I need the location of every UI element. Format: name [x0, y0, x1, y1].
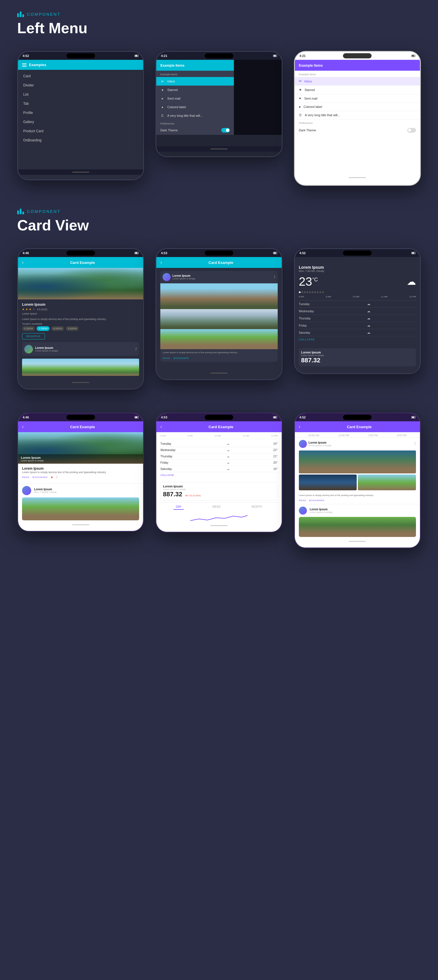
menu2-item-starred[interactable]: ★ Starred [156, 86, 234, 94]
menu-item-divider[interactable]: Divider [18, 81, 143, 90]
wf-row-thursday-1: Thursday ☁ 21° [160, 453, 277, 460]
bookmark-btn-1[interactable]: BOOKMARK [174, 357, 189, 360]
white-read-btn-1[interactable]: READ [22, 476, 29, 479]
phone-screen-3: 4:21 Example Items Example Items ✉ [295, 52, 420, 185]
social-small-name-1: Lorem Ipsum [310, 508, 333, 511]
small-card-info-1: Lorem Ipsum Lorem Ipsum is simply [35, 346, 133, 352]
wf-row-wednesday-1: Wednesday ☁ 22° [160, 447, 277, 453]
read-btn-1[interactable]: READ [162, 357, 170, 360]
light-item-sent[interactable]: ➤ Sent mail [295, 94, 420, 103]
dark-theme-toggle-off[interactable] [408, 128, 416, 132]
light-item-inbox[interactable]: ✉ Inbox [295, 77, 420, 86]
forecast-icon-4: ☁ [367, 323, 370, 328]
back-arrow-4[interactable]: ‹ [22, 424, 24, 430]
wf-friday-1: Friday [160, 461, 183, 464]
card-header-1[interactable]: ‹ Card Example [18, 257, 143, 268]
card-header-2[interactable]: ‹ Card Example [156, 257, 281, 268]
white-avatar-1 [22, 486, 31, 495]
notch-pill-card-2 [205, 250, 233, 256]
stock-tab-day[interactable]: DAY [174, 504, 184, 510]
light-item-starred[interactable]: ★ Starred [295, 86, 420, 94]
menu-item-product-card[interactable]: Product Card [18, 127, 143, 136]
wf-temp-3: 21° [273, 455, 278, 458]
time-card-3: 4:52 [299, 251, 306, 255]
white-article-content-1: Lorem Ipsum Lorem Ipsum is simply dummy … [18, 464, 143, 484]
time-1: 4:52 [22, 54, 29, 57]
menu2-item-inbox[interactable]: ✉ Inbox [156, 77, 234, 86]
stock-card-1: Lorem Ipsum Lorem Ipsum is simply 887.32 [299, 348, 416, 366]
menu-item-list[interactable]: List [18, 90, 143, 99]
collapse-btn-1[interactable]: COLLAPSE [299, 336, 416, 343]
menu2-section-label: Example Items [156, 71, 234, 77]
wt-white-4: 11 AM [243, 434, 249, 437]
card-header-4[interactable]: ‹ Card Example [18, 421, 143, 432]
menu2-pref-label: Preferences [160, 122, 230, 125]
menu2-dimmed-bg[interactable] [234, 60, 281, 135]
rating-text-1: 3.5 (413) [37, 308, 47, 311]
white-share-icon-1[interactable]: ⤴ [56, 476, 57, 479]
social-bottom-image-1 [299, 517, 416, 537]
small-card-avatar-1 [24, 345, 33, 353]
menu-item-onboarding[interactable]: OnBoarding [18, 136, 143, 145]
slot-1[interactable]: 5:30PM [22, 326, 35, 331]
purple-weather-sub-1: Lorem Ipsum is simply [21, 460, 140, 462]
slot-3[interactable]: 8:00PM [51, 326, 64, 331]
back-arrow-2[interactable]: ‹ [160, 260, 162, 265]
card-header-5[interactable]: ‹ Card Example [156, 421, 281, 432]
star-1: ★ [22, 308, 25, 311]
wf-icon-1: ☁ [227, 442, 229, 445]
reserve-btn-1[interactable]: RESERVE [22, 333, 45, 339]
stock-title-1: Lorem Ipsum [301, 351, 414, 354]
inbox-icon: ✉ [160, 79, 164, 83]
light-item-colored[interactable]: ● Colored label [295, 103, 420, 111]
social-read-btn-1[interactable]: READ [299, 499, 306, 502]
wt-label-3: 10 AM [353, 295, 359, 298]
menu2-pref-section: Preferences Dark Theme [156, 120, 234, 135]
small-card-sub-1: Lorem Ipsum is simply [35, 350, 133, 352]
phone-frame-card-2: 4:53 ‹ Card Example [155, 248, 282, 380]
menu-header-1[interactable]: Examples [18, 60, 143, 70]
share-icon-2[interactable]: ⤴ [274, 275, 276, 279]
menu2-item-long[interactable]: 🗒 A very long title that will... [156, 111, 234, 120]
menu-item-card[interactable]: Card [18, 72, 143, 81]
back-arrow-1[interactable]: ‹ [22, 260, 24, 265]
slot-4[interactable]: 9:00PM [66, 326, 79, 331]
white-collapse-btn-1[interactable]: COLLAPSE [160, 472, 277, 478]
slot-2[interactable]: 7:30PM [37, 326, 49, 331]
white-bookmark-btn-1[interactable]: BOOKMARK [32, 476, 48, 479]
social-small-info-1: Lorem Ipsum Lorem Ipsum is simply [310, 508, 333, 514]
notch-pill-card-5 [205, 415, 233, 420]
phone-card-4: 4:46 ‹ Card Example Lorem I [17, 412, 144, 532]
menu2-item-sent[interactable]: ➤ Sent mail [156, 94, 234, 103]
back-arrow-6[interactable]: ‹ [299, 424, 300, 430]
social-user-block-1: Lorem Ipsum Lorem Ipsum is simply [309, 441, 331, 447]
menu-item-gallery[interactable]: Gallery [18, 117, 143, 127]
wf-temp-4: 20° [273, 461, 278, 464]
notch-icons-1 [135, 55, 139, 57]
hamburger-icon-1[interactable] [22, 63, 27, 67]
forecast-icon-3: ☁ [367, 316, 370, 320]
article-desc-1: Lorem Ipsum is simply dummy text of the … [160, 349, 277, 356]
social-small-card-1: Lorem Ipsum Lorem Ipsum is simply [295, 504, 420, 517]
menu-item-profile[interactable]: Profile [18, 108, 143, 117]
back-arrow-5[interactable]: ‹ [160, 424, 162, 430]
share-icon-1[interactable]: ⤴ [135, 347, 137, 351]
time-3: 4:21 [299, 54, 306, 57]
social-share-icon-1[interactable]: ⤴ [414, 442, 416, 446]
stock-chart-1 [156, 511, 281, 523]
phone-card-6: 4:52 ‹ Card Example 10:00 AM 12:00 PM [294, 412, 421, 548]
light-dark-theme-label: Dark Theme [299, 129, 316, 132]
light-item-long[interactable]: 🗒 A very long title that will... [295, 111, 420, 119]
notch-icons-card-5 [273, 416, 277, 418]
dark-theme-toggle-on[interactable] [221, 128, 230, 132]
stock-tab-month[interactable]: MONTH [249, 504, 264, 510]
heart-icon-1[interactable]: ♥ [51, 476, 53, 479]
scroll-indicator-card-5 [210, 525, 228, 526]
menu2-item-colored[interactable]: ● Colored label [156, 103, 234, 111]
stock-tab-week[interactable]: WEEK [210, 504, 223, 510]
time-header-1: 10:00 AM 12:00 PM 2:00 PM 4:00 PM [295, 432, 420, 438]
menu-item-tab[interactable]: Tab [18, 99, 143, 108]
social-bookmark-btn-1[interactable]: BOOKMARK [309, 499, 325, 502]
phone-screen-card-1: 4:46 ‹ Card Example Lorem Ipsum [18, 249, 143, 389]
card-header-6[interactable]: ‹ Card Example [295, 421, 420, 432]
